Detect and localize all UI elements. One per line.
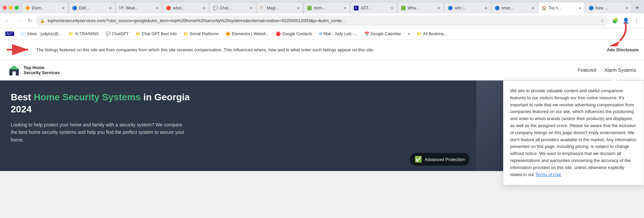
bookmark-contacts-icon: 🔴 [276, 32, 281, 36]
tab-elements-close[interactable]: × [62, 5, 65, 11]
tab-smart-label: smar... [501, 6, 530, 10]
tab-whit-close[interactable]: × [485, 5, 487, 11]
forward-button[interactable]: → [14, 16, 23, 25]
site-logo-text: Top Home Security Services [23, 65, 60, 75]
tab-chat-close[interactable]: × [250, 5, 253, 11]
site-header: Top Home Security Services Featured Alar… [0, 60, 644, 80]
tab-smart[interactable]: 🔵 smar... × [491, 2, 538, 13]
nav-alarm-systems[interactable]: Alarm Systems [604, 67, 636, 73]
tab-new[interactable]: 🔵 New ... × [585, 2, 632, 13]
compensation-text: The listings featured on this site are f… [36, 47, 603, 52]
tab-what[interactable]: 🟩 Wha... × [397, 2, 444, 13]
tab-elements[interactable]: 🔶 Elem... × [21, 2, 68, 13]
tab-wealth[interactable]: UA Weal... × [115, 2, 162, 13]
bookmark-chat-best-label: Chat GPT Best Info [142, 32, 177, 36]
svg-marker-4 [9, 65, 19, 69]
svg-rect-5 [12, 71, 16, 75]
tab-home[interactable]: 🟩 Hom... × [303, 2, 350, 13]
tab-new-label: New ... [595, 6, 624, 10]
tab-what-label: Wha... [408, 6, 436, 10]
tab-magic[interactable]: M Magi... × [256, 2, 303, 13]
tab-edit-label: Edit'... [79, 6, 107, 10]
tab-whit-label: wht i... [454, 6, 483, 10]
smart-tab-icon: 🔵 [495, 6, 499, 10]
bookmark-all-bookmarks[interactable]: 📁 All Bookma... [414, 30, 449, 38]
adt-tab-icon: S [354, 6, 359, 10]
hero-title: Best Home Security Systems in Georgia 20… [11, 91, 191, 116]
bookmark-ai-training[interactable]: 📁 AI TRAINING [66, 30, 102, 38]
tab-new-close[interactable]: × [626, 5, 628, 11]
bookmark-folder-icon: 📁 [417, 32, 422, 36]
tab-whit[interactable]: 🔵 wht i... × [444, 2, 491, 13]
address-bar[interactable]: 🔒 tophomesecurityservices.com/?utm_sourc… [36, 15, 608, 26]
tab-adt[interactable]: S ADT... × [350, 2, 397, 13]
back-button[interactable]: ← [3, 16, 12, 25]
tab-elements-label: Elem... [32, 6, 60, 10]
bookmark-ai-label: AI TRAINING [75, 32, 99, 36]
tab-top-security[interactable]: 🏠 Top h... × [538, 2, 585, 13]
website-content: Top Home Security Services Featured Alar… [0, 60, 644, 171]
tab-advo[interactable]: 🔴 advo... × [162, 2, 209, 13]
logo-line2: Security Services [23, 70, 60, 75]
advanced-protection-badge: ✅ Advanced Protection [410, 153, 470, 166]
home-tab-icon: 🟩 [307, 6, 312, 10]
nav-bar: ← → ↻ 🔒 tophomesecurityservices.com/?utm… [0, 13, 644, 28]
bookmark-elementor-icon: 🔶 [225, 32, 230, 36]
tab-chat[interactable]: 💬 Chat... × [209, 2, 256, 13]
bookmark-inbox-icon: ✉️ [21, 32, 26, 36]
adv-disclosure-link[interactable]: Adv Disclosure [607, 47, 639, 52]
what-tab-icon: 🟩 [401, 6, 406, 10]
bookmark-mail-judy[interactable]: ✉ Mail - Judy Lutz -... [316, 30, 360, 38]
bookmark-chat-best[interactable]: 📁 Chat GPT Best Info [133, 30, 179, 38]
close-window-button[interactable] [3, 6, 7, 10]
bookmark-calendar-label: Google Calendar [371, 32, 401, 36]
bookmark-google-contacts[interactable]: 🔴 Google Contacts [273, 30, 315, 38]
tab-edit[interactable]: 🔵 Edit'... × [68, 2, 115, 13]
bookmark-inbox-label: Inbox - judylutz@... [27, 32, 62, 36]
maximize-window-button[interactable] [15, 6, 19, 10]
shield-check-icon: ✅ [415, 156, 422, 163]
tab-advo-label: advo... [173, 6, 201, 10]
tab-wealth-close[interactable]: × [156, 5, 159, 11]
more-bookmarks-button[interactable]: » [405, 30, 413, 38]
tab-top-security-label: Top h... [548, 6, 577, 10]
terms-of-use-link[interactable]: Terms of Use [535, 172, 561, 177]
tab-adt-close[interactable]: × [391, 5, 393, 11]
bookmark-chatgpt[interactable]: 💬 ChatGPT [103, 30, 131, 38]
bookmarks-bar: ADT ✉️ Inbox - judylutz@... 📁 AI TRAININ… [0, 28, 644, 40]
hero-title-part1: Best [11, 92, 34, 102]
bookmark-contacts-label: Google Contacts [282, 32, 312, 36]
wealth-tab-icon: UA [119, 6, 124, 10]
bookmark-social[interactable]: 📁 Social Platforms [181, 30, 222, 38]
nav-featured[interactable]: Featured [578, 67, 596, 73]
tab-top-security-close[interactable]: × [579, 5, 581, 11]
bookmark-adt-icon: ADT [5, 32, 14, 36]
logo-line1: Top Home [23, 65, 60, 70]
bookmark-elementor[interactable]: 🔶 Elementor | Websit... [223, 30, 272, 38]
disclosure-popup: We aim to provide valuable content and u… [503, 80, 644, 185]
tab-edit-close[interactable]: × [109, 5, 112, 11]
reload-button[interactable]: ↻ [25, 16, 34, 25]
whit-tab-icon: 🔵 [448, 6, 452, 10]
bookmark-ai-icon: 📁 [68, 32, 73, 36]
tab-magic-close[interactable]: × [297, 5, 300, 11]
bookmark-calendar[interactable]: 📅 Google Calendar [362, 30, 404, 38]
bookmark-calendar-icon: 📅 [364, 32, 369, 36]
tab-what-close[interactable]: × [438, 5, 440, 11]
bookmark-adt[interactable]: ADT [3, 30, 17, 37]
bookmark-social-icon: 📁 [183, 32, 189, 36]
bookmark-inbox[interactable]: ✉️ Inbox - judylutz@... [18, 30, 64, 38]
tab-home-close[interactable]: × [344, 5, 346, 11]
tab-smart-close[interactable]: × [532, 5, 534, 11]
security-lock-icon: 🔒 [40, 18, 45, 23]
bookmark-mail-label: Mail - Judy Lutz -... [324, 32, 358, 36]
hero-subtitle: Looking to help protect your home and fa… [11, 121, 185, 144]
bookmark-chat-best-icon: 📁 [136, 32, 141, 36]
site-logo[interactable]: Top Home Security Services [8, 64, 60, 76]
hero-title-highlight: Home Security Systems [34, 92, 141, 102]
minimize-window-button[interactable] [9, 6, 13, 10]
new-tab-button[interactable]: + [632, 4, 643, 12]
advo-tab-icon: 🔴 [166, 6, 171, 10]
edit-tab-icon: 🔵 [72, 6, 77, 10]
tab-advo-close[interactable]: × [203, 5, 206, 11]
